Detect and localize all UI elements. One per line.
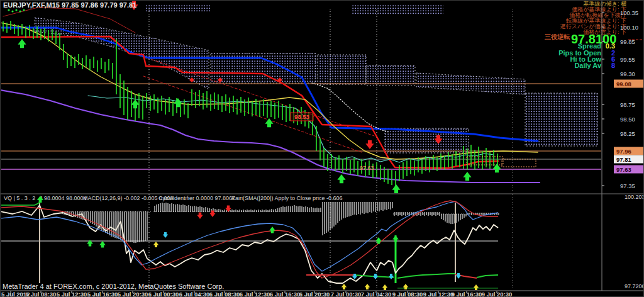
time-label: 6 Jul 04:30 xyxy=(179,291,210,297)
vq-dot xyxy=(19,10,21,12)
time-label: 9 Jul 16:30 xyxy=(452,291,482,297)
ichimoku-cloud xyxy=(318,55,366,84)
vq-dot xyxy=(15,9,17,11)
price-tag-label: 99.08 xyxy=(616,81,631,87)
price-tag-label: 97.96 xyxy=(616,148,631,155)
price-label: 99.85 xyxy=(620,38,635,45)
time-label: 5 Jul 20:30 xyxy=(118,291,148,297)
price-tag-label: 97.63 xyxy=(616,166,631,173)
time-label: 5 Jul 08:30 xyxy=(26,291,57,297)
signal-summary: 三役逆転 xyxy=(545,33,570,40)
ichimoku-cloud xyxy=(366,65,415,86)
pivot-label-97-63: 97.63 xyxy=(360,165,374,171)
indicator-header-text: 98.0004 98.0004 xyxy=(44,195,87,201)
chart-canvas: EURJPY,FXF,M15 97.85 97.86 97.79 97.81 9… xyxy=(0,0,644,297)
price-label: 97.35 xyxy=(620,182,635,189)
time-label: 6 Jul 16:30 xyxy=(270,291,301,297)
indicator-scale-label: 97.7206 xyxy=(625,283,644,289)
time-label: 5 Jul 12:30 xyxy=(57,291,87,297)
chart-background xyxy=(0,0,644,297)
indicator-header-text: Kairi(SMA([200]) Apply to Close price -0… xyxy=(231,195,343,201)
indicator-header-text: CycleIdentifier 0.0000 97.8067 xyxy=(158,195,235,201)
mt4-chart-window: EURJPY,FXF,M15 97.85 97.86 97.79 97.81 9… xyxy=(0,0,644,297)
time-label: 9 Jul 08:30 xyxy=(392,291,423,297)
vq-dot xyxy=(8,9,9,11)
ichimoku-cloud xyxy=(146,4,211,13)
price-label: 98.50 xyxy=(620,116,635,123)
daily-av-label: Daily Av xyxy=(574,62,601,69)
ichimoku-cloud xyxy=(351,5,443,14)
chart-title: EURJPY,FXF,M15 97.85 97.86 97.79 97.81 xyxy=(3,1,136,9)
indicator-header-text: VQ | 5 . 3 . 2 . 1 xyxy=(4,195,43,201)
time-label: 7 Jul 00:30 xyxy=(331,291,362,297)
time-label: 6 Jul 00:30 xyxy=(148,291,179,297)
callout-price: 98.53 xyxy=(294,113,309,120)
time-label: 5 Jul 16:30 xyxy=(87,291,118,297)
indicator-scale-label: 100.203 xyxy=(625,194,644,200)
time-label: 9 Jul 12:30 xyxy=(423,291,454,297)
indicator-header: VQ | 5 . 3 . 2 . 198.0004 98.0004MACD(12… xyxy=(4,195,343,201)
time-label: 6 Jul 12:30 xyxy=(240,291,270,297)
price-label: 98.75 xyxy=(620,101,635,108)
time-label: 6 Jul 08:30 xyxy=(209,291,240,297)
price-label: 98.25 xyxy=(620,130,635,137)
price-label: 100.10 xyxy=(620,24,638,31)
time-label: 9 Jul 20:30 xyxy=(482,291,513,297)
price-label: 100.35 xyxy=(620,9,638,16)
vq-dot xyxy=(23,9,25,11)
price-label: 99.30 xyxy=(620,70,635,77)
watermark: MetaTrader 4 at FOREX.com, c 2001-2012, … xyxy=(3,283,224,290)
daily-av-value: 8 xyxy=(611,62,615,69)
price-tag-label: 97.81 xyxy=(616,156,631,163)
time-label: 6 Jul 20:30 xyxy=(299,291,330,297)
time-label: 7 Jul 04:30 xyxy=(361,291,392,297)
price-label: 99.55 xyxy=(620,56,635,63)
ichimoku-cloud xyxy=(525,93,597,146)
vq-dot xyxy=(11,10,13,12)
